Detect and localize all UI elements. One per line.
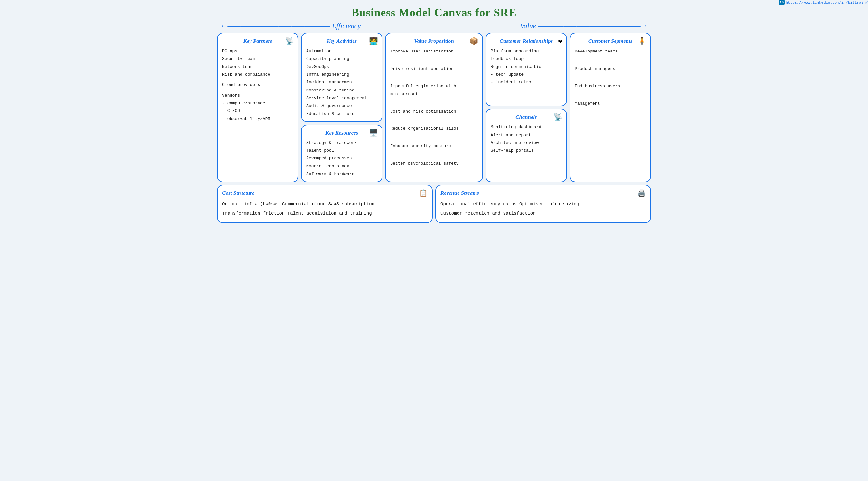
linkedin-url: https://www.linkedin.com/in/billrain/ [785,0,868,4]
bottom-row: Cost Structure 📋 On-prem infra (hw&sw) C… [217,185,651,223]
revenue-streams-card: Revenue Streams 🖨️ Operational efficienc… [435,185,651,223]
customer-relationships-card: Customer Relationships ❤️ Platform onboa… [486,33,567,106]
customer-segments-title: Customer Segments [575,38,646,44]
key-partners-title: Key Partners [222,38,293,44]
value-label: Value ————————————————→ [520,22,648,30]
revenue-streams-title: Revenue Streams [440,190,644,196]
value-proposition-icon: 📦 [469,37,478,46]
key-partners-icon: 📡 [285,37,294,46]
main-title: Business Model Canvas for SRE [217,6,651,19]
key-partners-card: Key Partners 📡 DC ops Security team Netw… [217,33,299,182]
customer-relationships-title: Customer Relationships [491,38,562,44]
customer-segments-content: Development teams Product managers End b… [575,47,646,108]
value-proposition-content: Improve user satisfaction Drive resilien… [390,47,478,168]
cost-structure-icon: 📋 [419,189,428,197]
channels-content: Monitoring dashboard Alert and report Ar… [491,124,562,154]
key-activities-title: Key Activities [306,38,377,44]
customer-relationships-icon: ❤️ [558,37,562,46]
cost-structure-content: On-prem infra (hw&sw) Commercial cloud S… [222,200,426,218]
linkedin-icon: in [779,0,785,4]
customer-relationships-content: Platform onboarding Feedback loop Regula… [491,47,562,86]
cost-structure-title: Cost Structure [222,190,426,196]
middle-left-col: Key Activities 🧑‍💻 Automation Capacity p… [301,33,382,182]
value-proposition-card: Value Proposition 📦 Improve user satisfa… [385,33,483,182]
page: Business Model Canvas for SRE in https:/… [217,6,651,223]
key-resources-title: Key Resources [306,130,377,136]
channels-title: Channels [491,114,562,120]
value-proposition-title: Value Proposition [390,38,478,44]
top-row: Key Partners 📡 DC ops Security team Netw… [217,33,651,182]
efficiency-label: ←———————————————— Efficiency [220,22,361,30]
key-partners-content: DC ops Security team Network team Risk a… [222,47,293,123]
revenue-streams-content: Operational efficiency gains Optimised i… [440,200,644,218]
customer-segments-card: Customer Segments 🧍 Development teams Pr… [569,33,651,182]
channels-card: Channels 📡 Monitoring dashboard Alert an… [486,109,567,182]
cost-structure-card: Cost Structure 📋 On-prem infra (hw&sw) C… [217,185,433,223]
key-resources-card: Key Resources 🖥️ Strategy & framework Ta… [301,125,382,183]
channels-icon: 📡 [553,113,562,122]
direction-bar: ←———————————————— Efficiency Value —————… [217,22,651,30]
key-activities-content: Automation Capacity planning DevSecOps I… [306,47,377,118]
linkedin-badge[interactable]: in https://www.linkedin.com/in/billrain/ [779,0,868,4]
key-resources-content: Strategy & framework Talent pool Revampe… [306,139,377,178]
key-resources-icon: 🖥️ [369,128,378,137]
canvas-grid: Key Partners 📡 DC ops Security team Netw… [217,33,651,223]
key-activities-icon: 🧑‍💻 [369,37,378,46]
customer-segments-icon: 🧍 [638,37,647,46]
middle-right-col: Customer Relationships ❤️ Platform onboa… [486,33,567,182]
key-activities-card: Key Activities 🧑‍💻 Automation Capacity p… [301,33,382,122]
revenue-streams-icon: 🖨️ [638,189,646,197]
